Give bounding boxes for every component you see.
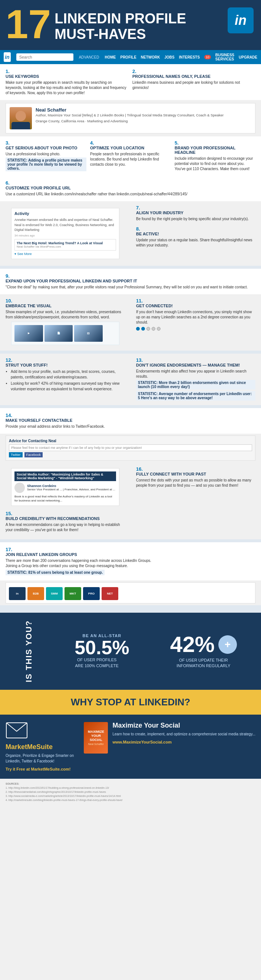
activity-text: Anneke Hansen endorsed the skills and ex… <box>14 218 116 233</box>
dot-2 <box>141 327 145 331</box>
tip-7-box: 7. ALIGN YOUR INDUSTRY Be found by the r… <box>136 205 255 222</box>
dot-3 <box>146 327 150 331</box>
tip-17-text2: Joining a Group lets other contact you u… <box>6 563 255 569</box>
book-cover-title: MAXIMIZE YOUR SOCIAL <box>86 730 106 742</box>
envelope-icon <box>6 722 76 740</box>
tip-15-number: 15. <box>6 511 125 516</box>
nav-upgrade[interactable]: UPGRADE <box>239 55 257 59</box>
tip-12-number: 12. <box>6 357 125 363</box>
stat-42-col: 42% + OF USER UPDATE THEIR INFORMATION R… <box>170 633 237 669</box>
profile-title: Author, Maximize Your Social [Wiley] & 2… <box>36 113 224 118</box>
tip-6-title: CUSTOMIZE YOUR PROFILE URL <box>6 186 255 190</box>
tip-4-number: 4. <box>90 140 171 146</box>
search-input[interactable] <box>16 53 73 61</box>
source-4: 4. http://marketmesuite.com/blog/linkedi… <box>6 799 123 801</box>
visual-thumb-1: ▶ <box>14 325 43 342</box>
nav-home[interactable]: HOME <box>105 55 116 59</box>
tip-5-title: BRAND YOUR PROFESSIONAL HEADLINE <box>175 146 255 154</box>
tip-15-text: A few real recommendations can go a long… <box>6 522 125 533</box>
see-more[interactable]: ▾ See More <box>14 252 116 256</box>
tips-7-8-activity: Activity Anneke Hansen endorsed the skil… <box>0 201 261 266</box>
plus-circle: + <box>218 635 237 654</box>
header-title-line2: MUST-HAVES <box>54 27 186 42</box>
all-star-box: BE AN ALL-STAR 50.5% OF USER PROFILES AR… <box>75 633 129 669</box>
tip-4-box: 4. OPTIMIZE YOUR LOCATION People search … <box>90 140 171 172</box>
activity-link: The Next Big Hotel: Marketing Trend? A L… <box>14 239 116 251</box>
nav-network[interactable]: NETWORK <box>141 55 160 59</box>
tip-9-title: EXPAND UPON YOUR PROFESSIONAL LINKEDIN A… <box>6 279 255 283</box>
contact-field-1: Please feel free to contact me anytime i… <box>9 444 252 451</box>
book-cover: MAXIMIZE YOUR SOCIAL Neal Schaffer <box>84 722 108 754</box>
book-cover-subtitle: Neal Schaffer <box>88 743 104 745</box>
profile-info: Neal Schaffer Author, Maximize Your Soci… <box>36 107 224 124</box>
tip-11-text: If you don't have enough LinkedIn connec… <box>136 310 255 325</box>
footer-section: MarketMeSuite Organize, Prioritize & Eng… <box>0 714 261 779</box>
book-title: Maximize Your Social <box>112 722 255 729</box>
tip-10-title: EMBRACE THE VISUAL <box>6 304 125 308</box>
page-header: 17 LINKEDIN PROFILE MUST-HAVES in <box>0 0 261 50</box>
activity-col: Activity Anneke Hansen endorsed the skil… <box>0 201 130 266</box>
why-stop-section: WHY STOP AT LINKEDIN? <box>0 690 261 714</box>
tip-13-title: DON'T IGNORE ENDORSEMENTS — MANAGE THEM! <box>136 363 255 368</box>
nav-profile[interactable]: PROFILE <box>120 55 136 59</box>
tip-6-text: Use a customized URL like linkedin.com/i… <box>6 192 255 197</box>
tip-1-text: Make sure your profile appears in search… <box>6 80 129 95</box>
tip-14-section: 14. MAKE YOURSELF CONTACTABLE Provide yo… <box>0 408 261 434</box>
stat2-text: OF USER UPDATE THEIR INFORMATION REGULAR… <box>176 657 231 669</box>
tip-17-number: 17. <box>6 547 255 552</box>
connection-dots <box>136 327 255 331</box>
bottom-stats-section: IS THIS YOU? BE AN ALL-STAR 50.5% OF USE… <box>0 612 261 690</box>
tip-16-text: Connect the dots with your past as much … <box>136 478 255 488</box>
book-url[interactable]: www.MaximizeYourSocial.com <box>112 740 255 744</box>
tip-12-item-2: Looking for work? 42% of hiring managers… <box>11 381 125 392</box>
social-text: Shannon Cordeiro Senior Vice President a… <box>27 484 116 491</box>
tip-6-number: 6. <box>6 180 255 186</box>
tip-13-col: 13. DON'T IGNORE ENDORSEMENTS — MANAGE T… <box>130 353 261 405</box>
tips-row-1-2: 1. USE KEYWORDS Make sure your profile a… <box>0 64 261 100</box>
tip-3-box: 3. GET SERIOUS ABOUT YOUR PHOTO Use a pr… <box>6 140 86 172</box>
dot-1 <box>136 327 140 331</box>
tip-8-number: 8. <box>136 226 255 232</box>
social-recommendation: Book is a good read that reflects the Au… <box>14 495 116 503</box>
nav-jobs[interactable]: JOBS <box>164 55 174 59</box>
contact-box-header: Advice for Contacting Neal <box>9 439 252 443</box>
tip-5-text: Include information designed to encourag… <box>175 156 255 172</box>
tip-17-stat: STATISTIC: 81% of users belong to at lea… <box>6 570 105 575</box>
tip-7-number: 7. <box>136 205 255 210</box>
nav-business[interactable]: BUSINESS SERVICES <box>215 53 234 61</box>
tip-1-number: 1. <box>6 68 129 74</box>
tip-2-box: 2. PROFESSIONAL NAMES ONLY, PLEASE Linke… <box>132 68 255 95</box>
tip-13-stat1: STATISTIC: More than 2 billion endorseme… <box>136 380 255 390</box>
dot-4 <box>152 327 155 331</box>
nav-advanced[interactable]: ADVANCED <box>79 55 99 59</box>
tip-11-title: GET CONNECTED! <box>136 304 255 308</box>
contact-twitter: Twitter <box>9 452 22 457</box>
nav-interests[interactable]: INTERESTS <box>179 55 200 59</box>
activity-header: Activity <box>14 211 116 216</box>
social-media-box: Social Media Author: "Maximizing LinkedI… <box>11 468 119 506</box>
tip-16-col: 16. FULLY CONNECT WITH YOUR PAST Connect… <box>130 463 261 539</box>
groups-logos: in B2B SMM MKT PRO NET <box>9 587 252 600</box>
is-this-you-label: IS THIS YOU? <box>24 620 34 682</box>
tip-13-stat2: STATISTIC: Average number of endorsement… <box>136 391 255 401</box>
activity-box: Activity Anneke Hansen endorsed the skil… <box>11 208 119 259</box>
tip-4-title: OPTIMIZE YOUR LOCATION <box>90 146 171 150</box>
tip-17-title: JOIN RELEVANT LINKEDIN GROUPS <box>6 552 255 557</box>
why-stop-title: WHY STOP AT LINKEDIN? <box>6 697 255 708</box>
profile-avatar <box>10 107 32 129</box>
source-1: 1. http://blog.linkedin.com/2013/01/17/b… <box>6 786 109 789</box>
tip-16-number: 16. <box>136 466 255 472</box>
stat1-text: OF USER PROFILES ARE 100% COMPLETE <box>75 657 119 669</box>
visual-thumb-3: 🖼 <box>74 325 103 342</box>
tip-7-title: ALIGN YOUR INDUSTRY <box>136 210 255 215</box>
footer-cta[interactable]: Try it Free at MarketMeSuite.com! <box>6 767 76 771</box>
group-logo-2: B2B <box>27 587 44 600</box>
tip-9-number: 9. <box>6 273 255 279</box>
tip-3-stat: STATISTIC: Adding a profile picture make… <box>6 158 86 171</box>
header-number: 17 <box>6 4 51 45</box>
visual-thumb-2: 📄 <box>45 325 73 342</box>
profile-card: Neal Schaffer Author, Maximize Your Soci… <box>6 103 255 134</box>
group-logo-3: SMM <box>46 587 63 600</box>
header-title: LINKEDIN PROFILE MUST-HAVES <box>54 11 186 42</box>
tip-12-list: Add items to your profile, such as proje… <box>6 369 125 392</box>
